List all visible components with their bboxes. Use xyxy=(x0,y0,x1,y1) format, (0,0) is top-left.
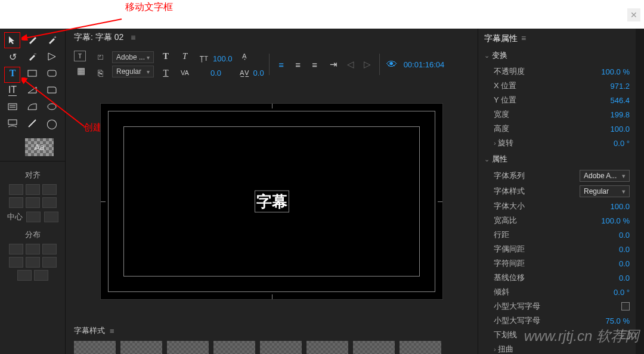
center-v-btn[interactable] xyxy=(44,212,58,222)
font-family-select[interactable]: Adobe ...▾ xyxy=(112,51,154,63)
subtitle-text-frame[interactable]: 字幕 xyxy=(255,191,289,213)
chevron-down-icon[interactable]: ⌄ xyxy=(484,52,490,60)
dist-btn[interactable] xyxy=(26,257,40,268)
bold-icon[interactable]: T xyxy=(159,49,173,63)
svg-line-0 xyxy=(25,19,122,38)
style-swatch[interactable] xyxy=(167,341,209,354)
swatch-label: Aa xyxy=(34,142,44,152)
annotation-arrow-1 xyxy=(21,17,123,41)
kerning-icon: A̲V̲ xyxy=(237,66,252,80)
dist-btn[interactable] xyxy=(17,270,32,281)
title-canvas[interactable]: 字幕 xyxy=(100,103,443,300)
style-swatch[interactable] xyxy=(353,341,395,354)
rotation-label: 旋转 xyxy=(498,138,513,147)
tab-icon[interactable]: ⇥ xyxy=(327,57,341,72)
panel-menu-icon[interactable]: ≡ xyxy=(110,327,114,336)
templates-icon[interactable]: T xyxy=(74,51,86,61)
path-type-tool[interactable] xyxy=(4,116,21,131)
align-left-icon[interactable]: ≡ xyxy=(274,57,289,72)
dist-btn[interactable] xyxy=(9,244,23,254)
video-toggle-icon[interactable]: 👁 xyxy=(385,57,399,72)
svg-rect-5 xyxy=(48,70,56,76)
style-swatch[interactable] xyxy=(74,341,116,354)
dist-btn[interactable] xyxy=(9,257,23,268)
width-value[interactable]: 199.8 xyxy=(610,110,630,119)
center-mark xyxy=(438,201,442,202)
opacity-label: 不透明度 xyxy=(494,66,525,77)
chevron-down-icon[interactable]: ⌄ xyxy=(484,156,490,163)
align-right-icon[interactable]: ≡ xyxy=(308,57,322,72)
close-button[interactable]: ✕ xyxy=(627,8,640,21)
roll-crawl-icon[interactable]: ▦ xyxy=(74,64,88,78)
width-label: 宽度 xyxy=(494,109,509,120)
smallcaps-size-value[interactable]: 75.0 % xyxy=(606,316,630,325)
panel-menu-icon[interactable]: ≡ xyxy=(131,33,135,42)
smallcaps-label: 小型大写字母 xyxy=(494,301,540,312)
font-family-select[interactable]: Adobe A...▾ xyxy=(580,170,630,182)
kerning-value[interactable]: 0.0 xyxy=(619,245,630,254)
export-icon[interactable]: ⎘ xyxy=(93,66,107,80)
aspect-value[interactable]: 100.0 % xyxy=(601,216,630,225)
tracking-value[interactable]: 0.0 xyxy=(210,69,221,77)
xpos-value[interactable]: 971.2 xyxy=(610,82,630,91)
svg-text:−: − xyxy=(34,52,37,57)
rotate-tool[interactable]: ↺ xyxy=(4,49,21,64)
rotation-value[interactable]: 0.0 ° xyxy=(614,139,630,148)
font-size-value[interactable]: 100.0 xyxy=(213,54,233,63)
smallcaps-checkbox[interactable] xyxy=(621,302,630,310)
timecode[interactable]: 00:01:16:04 xyxy=(404,60,445,69)
font-style-select[interactable]: Regular▾ xyxy=(112,66,154,77)
italic-icon[interactable]: T xyxy=(178,49,192,63)
props-title: 字幕属性 xyxy=(484,33,518,43)
style-swatch[interactable] xyxy=(400,341,441,354)
align-btn[interactable] xyxy=(42,197,57,208)
align-btn[interactable] xyxy=(26,184,40,195)
style-swatch[interactable] xyxy=(306,341,348,354)
dist-btn[interactable] xyxy=(26,244,40,254)
tab-stops-icon[interactable]: ⏍ xyxy=(93,49,107,63)
leading-value[interactable]: 0.0 xyxy=(619,231,630,240)
style-swatch[interactable] xyxy=(260,341,302,354)
ypos-value[interactable]: 546.4 xyxy=(610,96,630,105)
align-btn[interactable] xyxy=(42,184,57,195)
align-btn[interactable] xyxy=(26,197,40,208)
tracking-value[interactable]: 0.0 xyxy=(619,259,630,268)
center-h-btn[interactable] xyxy=(26,212,41,222)
twist-label: 扭曲 xyxy=(498,344,513,353)
area-type-tool[interactable] xyxy=(4,99,21,114)
opacity-value[interactable]: 100.0 % xyxy=(601,67,630,76)
size-icon: T͎T xyxy=(197,52,211,66)
pen-delete-tool[interactable]: − xyxy=(23,49,41,64)
convert-point-tool[interactable] xyxy=(43,49,61,64)
center-section-title: 中心 xyxy=(7,212,23,222)
dist-btn[interactable] xyxy=(42,244,57,254)
leading-label: 行距 xyxy=(494,229,509,240)
dist-btn[interactable] xyxy=(42,257,57,268)
align-center-icon[interactable]: ≡ xyxy=(291,57,305,72)
ypos-label: Y 位置 xyxy=(494,95,516,105)
baseline-value[interactable]: 0.0 xyxy=(619,274,630,282)
font-style-select[interactable]: Regular▾ xyxy=(580,185,630,197)
style-swatch[interactable] xyxy=(213,341,255,354)
tracking-icon[interactable]: VA xyxy=(178,66,192,80)
align-btn[interactable] xyxy=(9,184,23,195)
underline-icon[interactable]: T xyxy=(159,66,173,80)
align-btn[interactable] xyxy=(9,197,23,208)
kerning-label: 字偶间距 xyxy=(494,244,525,254)
font-size-value[interactable]: 100.0 xyxy=(610,202,630,211)
panel-menu-icon[interactable]: ≡ xyxy=(521,33,526,43)
slant-value[interactable]: 0.0 ° xyxy=(614,288,630,297)
height-value[interactable]: 100.0 xyxy=(610,125,630,133)
text-style-swatch[interactable]: Aa xyxy=(25,138,54,156)
underline-checkbox[interactable] xyxy=(621,331,630,339)
svg-rect-4 xyxy=(28,70,36,76)
font-family-label: 字体系列 xyxy=(494,170,525,181)
next-icon[interactable]: ▷ xyxy=(360,57,374,72)
chevron-right-icon[interactable]: › xyxy=(494,139,496,147)
scrollbar[interactable] xyxy=(636,29,644,354)
style-swatch[interactable] xyxy=(120,341,162,354)
vertical-type-tool[interactable]: IT xyxy=(4,82,21,98)
prev-icon[interactable]: ◁ xyxy=(343,57,358,72)
dist-btn[interactable] xyxy=(34,270,48,281)
leading-value[interactable]: 0.0 xyxy=(253,69,264,77)
